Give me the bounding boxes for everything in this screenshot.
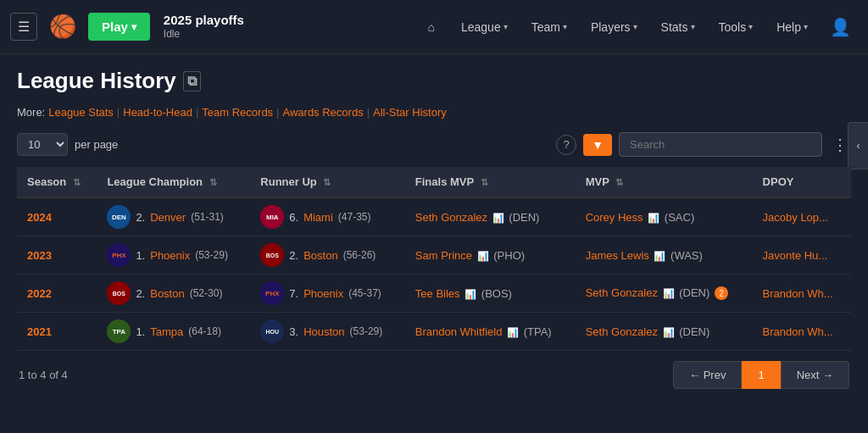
more-options-button[interactable]: ⋮ — [829, 136, 851, 154]
finals-mvp-stats-icon[interactable]: 📊 — [492, 213, 504, 223]
runnerup-logo: BOS — [260, 243, 284, 267]
finals-mvp-cell: Tee Biles 📊 (BOS) — [405, 275, 576, 313]
mvp-stats-icon[interactable]: 📊 — [648, 213, 659, 223]
finals-mvp-link[interactable]: Seth Gonzalez — [415, 211, 487, 224]
champion-cell: TPA 1. Tampa (64-18) — [97, 313, 250, 351]
more-link-team-records[interactable]: Team Records — [202, 106, 273, 119]
mvp-cell: Seth Gonzalez 📊 (DEN) — [576, 313, 753, 351]
nav-league[interactable]: League — [453, 15, 516, 39]
page-title-row: League History ⧉ — [17, 68, 851, 94]
status-sub: Idle — [164, 28, 244, 42]
more-label: More: — [17, 106, 45, 119]
mvp-stats-icon[interactable]: 📊 — [663, 288, 675, 298]
help-button[interactable]: ? — [556, 135, 576, 155]
mvp-cell: James Lewis 📊 (WAS) — [576, 236, 753, 275]
season-cell[interactable]: 2023 — [17, 236, 97, 275]
col-dpoy: DPOY — [753, 167, 851, 197]
mvp-link[interactable]: Seth Gonzalez — [586, 286, 658, 299]
col-season[interactable]: Season ⇅ — [17, 167, 97, 197]
nav-stats[interactable]: Stats — [653, 15, 704, 39]
game-status: 2025 playoffs Idle — [164, 12, 244, 42]
col-runnerup[interactable]: Runner Up ⇅ — [250, 167, 405, 197]
champion-link[interactable]: Phoenix — [150, 249, 190, 262]
dpoy-cell: Javonte Hu... — [753, 236, 851, 275]
prev-button[interactable]: ← Prev — [673, 361, 742, 389]
history-table: Season ⇅ League Champion ⇅ Runner Up ⇅ F… — [17, 167, 851, 351]
mvp-stats-icon[interactable]: 📊 — [654, 251, 665, 261]
mvp-stats-icon[interactable]: 📊 — [663, 327, 675, 337]
nav-team[interactable]: Team — [523, 15, 576, 39]
champion-logo: TPA — [107, 319, 131, 343]
nav-home[interactable]: ⌂ — [420, 15, 446, 39]
finals-mvp-link[interactable]: Brandon Whitfield — [415, 325, 503, 338]
status-year: 2025 playoffs — [164, 12, 244, 29]
per-page-label: per page — [75, 138, 118, 151]
col-mvp[interactable]: MVP ⇅ — [576, 167, 753, 197]
mvp-cell: Seth Gonzalez 📊 (DEN) 2 — [576, 275, 753, 313]
app-logo: 🏀 — [49, 14, 76, 40]
runnerup-logo: PHX — [260, 281, 284, 305]
champion-logo: PHX — [107, 243, 131, 267]
mvp-badge: 2 — [715, 286, 728, 300]
external-link-icon[interactable]: ⧉ — [183, 71, 201, 92]
dpoy-cell: Jacoby Lop... — [753, 197, 851, 236]
champion-link[interactable]: Tampa — [150, 325, 183, 338]
more-link-head-to-head[interactable]: Head-to-Head — [123, 106, 192, 119]
runnerup-link[interactable]: Boston — [303, 249, 337, 262]
champion-logo: BOS — [107, 281, 131, 305]
table-row: 2023 PHX 1. Phoenix (53-29) BOS 2. Bosto… — [17, 236, 851, 275]
table-row: 2024 DEN 2. Denver (51-31) MIA 6. Miami … — [17, 197, 851, 236]
more-link-league-stats[interactable]: League Stats — [48, 106, 114, 119]
filter-button[interactable]: ▼ — [583, 134, 612, 156]
search-input[interactable] — [619, 132, 822, 157]
season-cell[interactable]: 2022 — [17, 275, 97, 313]
mvp-link[interactable]: James Lewis — [586, 249, 649, 262]
mvp-link[interactable]: Corey Hess — [586, 211, 643, 224]
champion-link[interactable]: Denver — [150, 211, 186, 224]
finals-mvp-stats-icon[interactable]: 📊 — [477, 251, 489, 261]
page-1-button[interactable]: 1 — [742, 361, 780, 389]
dpoy-cell: Brandon Wh... — [753, 313, 851, 351]
more-links-bar: More: League Stats | Head-to-Head | Team… — [17, 106, 851, 119]
finals-mvp-cell: Sam Prince 📊 (PHO) — [405, 236, 576, 275]
pagination-info: 1 to 4 of 4 — [19, 369, 68, 381]
col-champion[interactable]: League Champion ⇅ — [97, 167, 250, 197]
page-title: League History — [17, 68, 176, 94]
play-button[interactable]: Play — [88, 13, 150, 41]
runnerup-logo: MIA — [260, 205, 284, 229]
runnerup-cell: HOU 3. Houston (53-29) — [250, 313, 405, 351]
mvp-link[interactable]: Seth Gonzalez — [586, 325, 658, 338]
season-cell[interactable]: 2024 — [17, 197, 97, 236]
table-header-row: Season ⇅ League Champion ⇅ Runner Up ⇅ F… — [17, 167, 851, 197]
controls-row: 10 25 50 100 per page ? ▼ ⋮ — [17, 132, 851, 157]
hamburger-button[interactable]: ☰ — [10, 13, 37, 41]
finals-mvp-link[interactable]: Tee Biles — [415, 287, 460, 300]
dpoy-cell: Brandon Wh... — [753, 275, 851, 313]
champion-cell: PHX 1. Phoenix (53-29) — [97, 236, 250, 275]
runnerup-link[interactable]: Miami — [303, 211, 333, 224]
nav-players[interactable]: Players — [582, 15, 646, 39]
navbar: ☰ 🏀 Play 2025 playoffs Idle ⌂ League Tea… — [0, 0, 868, 54]
runnerup-link[interactable]: Phoenix — [303, 287, 343, 300]
season-cell[interactable]: 2021 — [17, 313, 97, 351]
mvp-cell: Corey Hess 📊 (SAC) — [576, 197, 753, 236]
table-row: 2022 BOS 2. Boston (52-30) PHX 7. Phoeni… — [17, 275, 851, 313]
champion-link[interactable]: Boston — [150, 287, 184, 300]
more-link-awards-records[interactable]: Awards Records — [283, 106, 364, 119]
user-icon[interactable]: 👤 — [823, 14, 858, 41]
nav-help[interactable]: Help — [768, 15, 816, 39]
finals-mvp-cell: Brandon Whitfield 📊 (TPA) — [405, 313, 576, 351]
runnerup-link[interactable]: Houston — [303, 325, 344, 338]
finals-mvp-stats-icon[interactable]: 📊 — [507, 327, 519, 337]
finals-mvp-link[interactable]: Sam Prince — [415, 249, 472, 262]
per-page-select[interactable]: 10 25 50 100 — [17, 133, 68, 156]
finals-mvp-cell: Seth Gonzalez 📊 (DEN) — [405, 197, 576, 236]
finals-mvp-stats-icon[interactable]: 📊 — [465, 289, 476, 299]
pagination-controls: ← Prev 1 Next → — [673, 361, 849, 389]
runnerup-logo: HOU — [260, 319, 284, 343]
more-link-allstar-history[interactable]: All-Star History — [373, 106, 447, 119]
next-button[interactable]: Next → — [781, 361, 849, 389]
pagination-row: 1 to 4 of 4 ← Prev 1 Next → — [17, 361, 851, 389]
nav-tools[interactable]: Tools — [710, 15, 762, 39]
col-finals-mvp[interactable]: Finals MVP ⇅ — [405, 167, 576, 197]
